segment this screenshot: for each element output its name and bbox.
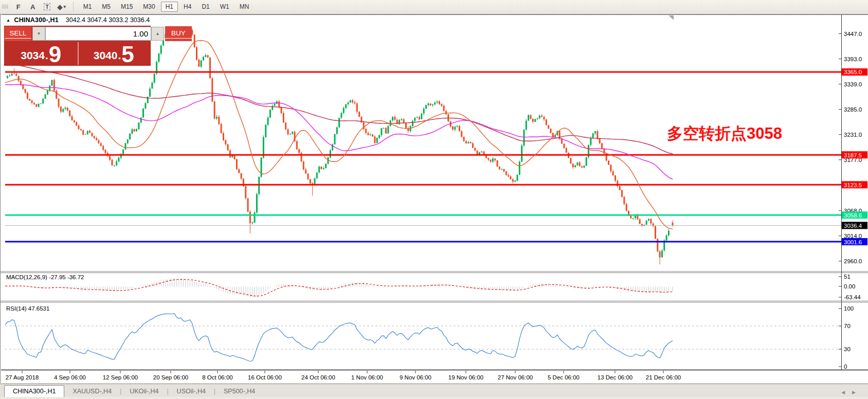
svg-text:3014.0: 3014.0	[844, 233, 862, 239]
svg-text:16 Oct 06:00: 16 Oct 06:00	[248, 374, 282, 380]
chart-title: ▲ CHINA300-,H1 3042.4 3047.4 3033.2 3036…	[6, 16, 150, 24]
mt4-window: ⠿⠿ FAT◈▾ M1M5M15M30H1H4D1W1MN ▲ CHINA300…	[0, 0, 868, 399]
svg-text:20 Sep 06:00: 20 Sep 06:00	[153, 374, 188, 380]
scroll-left-icon[interactable]: ◀	[841, 390, 852, 395]
svg-text:19 Nov 06:00: 19 Nov 06:00	[448, 374, 483, 380]
svg-text:3447.0: 3447.0	[844, 31, 862, 37]
buy-price[interactable]: 3040.5	[78, 41, 151, 66]
svg-text:0: 0	[844, 364, 847, 370]
tab-usoil-h4[interactable]: USOil-,H4	[169, 386, 214, 397]
chart-ohlc-values: 3042.4 3047.4 3033.2 3036.4	[66, 16, 150, 24]
svg-text:-63.44: -63.44	[844, 294, 861, 300]
chart-tabs: CHINA300-,H1XAUUSD-,H4|UKOil-,H4|USOil-,…	[0, 385, 263, 397]
tab-scroll-buttons: ◀▶	[841, 390, 863, 395]
svg-text:2960.0: 2960.0	[844, 258, 862, 264]
chart-tab-bar: CHINA300-,H1XAUUSD-,H4|UKOil-,H4|USOil-,…	[0, 384, 868, 397]
svg-text:3001.6: 3001.6	[844, 239, 862, 245]
svg-text:5 Dec 06:00: 5 Dec 06:00	[548, 374, 580, 380]
scroll-right-icon[interactable]: ▶	[852, 390, 863, 395]
chart-annotation: 多空转折点3058	[667, 123, 782, 144]
tab-china300-h1[interactable]: CHINA300-,H1	[4, 385, 64, 397]
svg-text:3231.0: 3231.0	[844, 132, 862, 138]
svg-text:3123.5: 3123.5	[844, 182, 862, 188]
volume-input[interactable]	[45, 27, 151, 41]
svg-text:27 Nov 06:00: 27 Nov 06:00	[498, 374, 533, 380]
svg-text:1 Nov 06:00: 1 Nov 06:00	[351, 374, 383, 380]
svg-text:3058.6: 3058.6	[844, 212, 862, 219]
svg-text:0.00: 0.00	[844, 283, 855, 289]
svg-text:4 Sep 06:00: 4 Sep 06:00	[54, 374, 86, 380]
chevron-down-icon: ▼	[37, 31, 41, 36]
svg-text:70: 70	[844, 323, 851, 329]
svg-text:9 Nov 06:00: 9 Nov 06:00	[400, 374, 431, 380]
svg-text:100: 100	[844, 305, 854, 312]
volume-increase-button[interactable]: ▲	[151, 27, 164, 41]
svg-text:3285.0: 3285.0	[844, 106, 862, 113]
collapse-icon[interactable]: ▲	[6, 18, 10, 23]
svg-text:12 Sep 06:00: 12 Sep 06:00	[103, 374, 138, 380]
svg-text:3339.0: 3339.0	[844, 81, 862, 87]
svg-text:3365.0: 3365.0	[844, 69, 862, 75]
tab-xauusd-h4[interactable]: XAUUSD-,H4	[64, 386, 120, 397]
svg-text:30: 30	[844, 346, 851, 352]
sell-button[interactable]: SELL	[5, 26, 31, 41]
macd-label: MACD(12,26,9) -27.95 -36.72	[6, 274, 84, 280]
svg-text:8 Oct 06:00: 8 Oct 06:00	[202, 374, 232, 380]
svg-text:24 Oct 06:00: 24 Oct 06:00	[301, 374, 335, 380]
svg-text:21 Dec 06:00: 21 Dec 06:00	[646, 374, 681, 380]
svg-text:3187.5: 3187.5	[844, 152, 862, 158]
tab-sp500-h4[interactable]: SP500-,H4	[215, 386, 263, 397]
chevron-up-icon: ▲	[156, 31, 160, 36]
buy-button[interactable]: BUY	[165, 26, 192, 41]
one-click-trade-panel: SELL ▼ ▲ BUY 3034.9 3040.5	[4, 26, 151, 66]
svg-text:13 Dec 06:00: 13 Dec 06:00	[598, 374, 632, 380]
svg-text:51: 51	[844, 274, 851, 280]
svg-text:3036.4: 3036.4	[844, 223, 862, 229]
svg-text:27 Aug 2018: 27 Aug 2018	[6, 374, 39, 380]
sell-price[interactable]: 3034.9	[5, 41, 78, 66]
tab-ukoil-h4[interactable]: UKOil-,H4	[121, 386, 167, 397]
volume-decrease-button[interactable]: ▼	[32, 27, 45, 41]
chart-symbol: CHINA300-,H1	[14, 16, 58, 24]
svg-text:3393.0: 3393.0	[844, 56, 862, 62]
rsi-label: RSI(14) 47.6531	[6, 305, 49, 312]
